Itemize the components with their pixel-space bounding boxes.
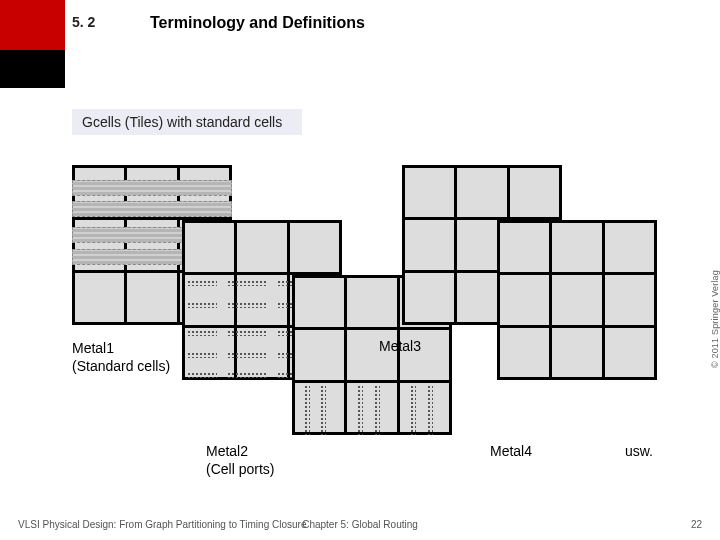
label-metal1-line1: Metal1 [72, 340, 170, 358]
label-metal4: Metal4 [490, 443, 532, 459]
section-number: 5. 2 [72, 14, 95, 30]
label-metal2-line1: Metal2 [206, 443, 274, 461]
slide-footer: VLSI Physical Design: From Graph Partiti… [0, 510, 720, 540]
label-etc: usw. [625, 443, 653, 459]
slide-title: Terminology and Definitions [150, 14, 365, 32]
header-red-block [0, 0, 65, 50]
label-metal1: Metal1 (Standard cells) [72, 340, 170, 375]
slide: 5. 2 Terminology and Definitions Gcells … [0, 0, 720, 540]
tile-metal4 [497, 220, 657, 380]
footer-pagenum: 22 [691, 519, 702, 530]
copyright-vertical: © 2011 Springer Verlag [710, 270, 720, 368]
label-metal2: Metal2 (Cell ports) [206, 443, 274, 478]
header-black-block [0, 50, 65, 88]
slide-header: 5. 2 Terminology and Definitions [0, 0, 720, 50]
label-metal3: Metal3 [379, 338, 421, 354]
label-metal1-line2: (Standard cells) [72, 358, 170, 376]
subtitle-box: Gcells (Tiles) with standard cells [72, 109, 302, 135]
label-metal2-line2: (Cell ports) [206, 461, 274, 479]
footer-center: Chapter 5: Global Routing [0, 519, 720, 530]
diagram-area: Metal1 (Standard cells) Metal2 (Cell por… [72, 165, 667, 415]
